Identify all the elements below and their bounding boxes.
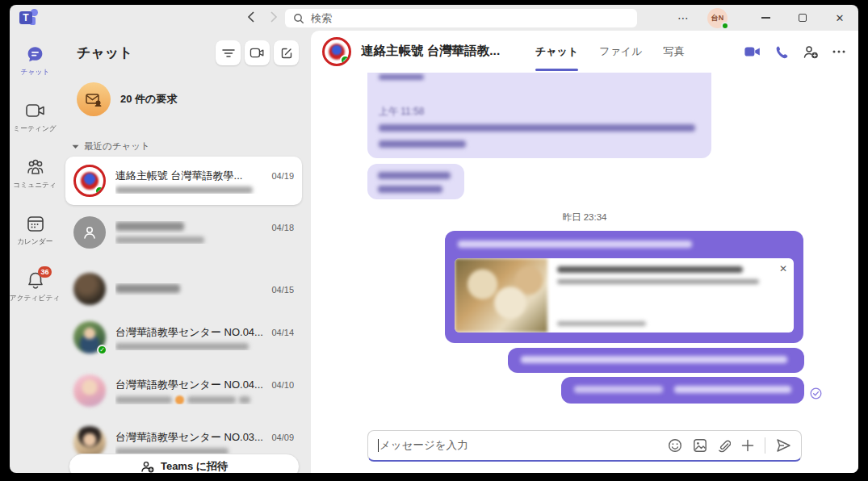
recent-chats-section[interactable]: 最近のチャット [72,140,150,153]
meet-now-button[interactable] [245,40,270,65]
titlebar: T 検索 ⋯ 台N ✕ [10,5,858,31]
audio-call-button[interactable] [775,45,789,59]
sent-message [561,377,804,404]
redacted-card-url [557,321,646,326]
chat-list-item[interactable]: 04/15 [65,266,302,312]
photo-avatar [73,374,106,407]
send-icon [776,438,791,453]
rail-item-activity[interactable]: 36 アクティビティ [10,270,61,303]
presence-available-icon [721,22,729,30]
minimize-button[interactable] [747,5,784,31]
search-icon [293,13,304,24]
divider [765,437,765,454]
rail-item-chat[interactable]: チャット [10,44,61,77]
calendar-icon [25,213,46,234]
chat-date: 04/15 [271,285,294,295]
redacted-preview [239,396,250,404]
chevron-down-icon [72,144,79,149]
emoji-button[interactable] [668,438,682,453]
redacted-preview [115,236,204,244]
invite-label: Teams に招待 [161,459,228,473]
video-call-button[interactable] [744,45,761,58]
add-people-button[interactable] [803,45,819,59]
more-horizontal-icon [832,50,845,53]
redacted-text [574,386,663,393]
default-person-avatar [73,216,106,249]
tab-photos[interactable]: 写真 [663,31,684,73]
close-button[interactable]: ✕ [821,5,858,31]
group-emblem-avatar: ✓ [73,165,106,197]
chat-list-item[interactable]: ✓ 台灣華語教學センター NO.04...04/14 [65,315,302,360]
requests-envelope-icon [77,82,111,116]
presence-available-icon: ✓ [97,345,107,355]
close-icon[interactable]: ✕ [779,263,787,274]
chat-date: 04/14 [271,328,294,337]
chat-name: 台灣華語教學センター NO.04... [115,325,265,340]
rail-item-meetings[interactable]: ミーティング [10,100,61,134]
more-options-button[interactable] [832,50,845,53]
redacted-text [379,74,424,80]
redacted-card-description [557,279,759,284]
plus-icon [741,439,754,452]
redacted-preview [115,343,249,350]
message-input[interactable]: メッセージを入力 [367,430,802,462]
rail-item-label: コミュニティ [14,181,57,190]
rail-item-communities[interactable]: コミュニティ [10,157,61,190]
search-input[interactable]: 検索 [285,9,637,27]
photo-avatar [73,273,106,305]
tab-chat[interactable]: チャット [535,31,578,73]
redacted-preview [115,396,172,404]
chat-list-item[interactable]: 台灣華語教學センター NO.04...04/10 [65,368,302,413]
chat-list-title: チャット [77,44,133,62]
send-button[interactable] [776,438,791,453]
compose-icon [280,47,293,60]
maximize-button[interactable] [784,5,821,31]
redacted-link [674,386,791,393]
video-camera-icon [744,45,761,58]
attach-image-button[interactable] [693,438,707,453]
chat-list-item-selected[interactable]: ✓ 連絡主帳號 台灣華語教學...04/19 [65,157,302,205]
group-emblem-avatar: ✓ [322,37,351,66]
filter-button[interactable] [216,40,241,65]
tab-files[interactable]: ファイル [599,31,642,73]
new-chat-button[interactable] [274,40,299,65]
invite-to-teams-button[interactable]: Teams に招待 [69,454,300,473]
redacted-text [378,172,451,179]
chat-date: 04/18 [271,223,294,232]
bell-icon: 36 [25,270,46,291]
profile-avatar[interactable]: 台N [707,8,728,28]
link-preview-image [455,258,547,333]
nav-forward-icon[interactable] [269,10,279,24]
app-rail: チャット ミーティング コミュニティ カレンダー 36 アクティビティ [10,31,61,473]
person-add-icon [803,45,819,59]
attach-file-button[interactable] [718,438,731,453]
emoji-icon [175,395,184,404]
link-preview-card[interactable]: ✕ [455,258,794,333]
chat-list-item[interactable]: 04/18 [65,210,302,255]
redacted-text [379,124,695,132]
rail-item-label: カレンダー [17,237,53,247]
paperclip-icon [718,438,731,453]
rail-item-calendar[interactable]: カレンダー [10,213,61,247]
sent-message: ✕ [445,231,803,343]
section-label: 最近のチャット [84,140,150,153]
presence-available-icon: ✓ [340,55,350,65]
redacted-preview [115,186,253,194]
received-message: 上午 11:58 [367,73,711,158]
image-icon [693,438,707,453]
date-separator: 昨日 23:34 [311,211,858,224]
chat-requests-row[interactable]: 20 件の要求 [77,82,177,116]
filter-icon [222,48,235,59]
conversation-panel: ✓ 連絡主帳號 台灣華語教... チャット ファイル 写真 上午 11:58 [311,31,858,473]
nav-back-icon[interactable] [246,10,256,24]
chat-date: 04/09 [271,433,294,442]
message-list[interactable]: 上午 11:58 昨日 23:34 ✕ [311,73,858,428]
redacted-text [378,186,442,193]
titlebar-more-button[interactable]: ⋯ [677,11,690,24]
read-receipt-icon [810,387,822,399]
teams-window: T 検索 ⋯ 台N ✕ チャット [10,5,858,473]
message-time: 上午 11:58 [379,105,424,119]
redacted-text [379,140,466,148]
add-more-button[interactable] [741,439,754,452]
video-camera-icon [249,47,265,59]
